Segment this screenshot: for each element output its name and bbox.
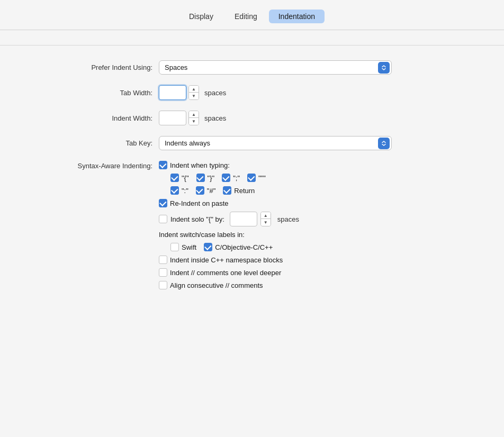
char-return-item: Return [223, 186, 255, 195]
char-semicolon-checkbox[interactable] [222, 174, 230, 182]
indent-width-row: Indent Width: 4 ▲ ▼ spaces [42, 111, 462, 125]
tab-width-input[interactable]: 4 [159, 85, 186, 100]
char-return-checkbox[interactable] [223, 186, 231, 195]
switch-case-label-text: Indent switch/case labels in: [159, 231, 245, 239]
char-brace-close-label: "}" [208, 174, 215, 182]
swift-cobjcpp-row: Swift C/Objective-C/C++ [170, 243, 299, 251]
indent-width-unit: spaces [204, 114, 226, 122]
align-comments-label: Align consecutive // comments [170, 281, 263, 289]
indent-when-typing-row: Indent when typing: [159, 161, 299, 169]
indent-comments-item: Indent // comments one level deeper [159, 268, 281, 277]
indent-width-stepper-buttons: ▲ ▼ [188, 111, 199, 125]
char-hash-checkbox[interactable] [196, 186, 204, 195]
re-indent-paste-item: Re-Indent on paste [159, 199, 229, 207]
prefer-indent-label: Prefer Indent Using: [42, 63, 159, 71]
char-semicolon-label: ";" [233, 174, 240, 182]
indent-width-stepper-group: 4 ▲ ▼ spaces [159, 111, 226, 125]
tab-width-unit: spaces [204, 89, 226, 97]
char-hash-item: "#" [196, 186, 215, 195]
tab-editing[interactable]: Editing [225, 10, 267, 23]
preferences-window: Display Editing Indentation Prefer Inden… [0, 0, 504, 437]
char-semicolon-item: ";" [222, 174, 240, 182]
char-brace-open-checkbox[interactable] [170, 174, 179, 182]
indent-width-increment-button[interactable]: ▲ [189, 111, 199, 118]
tab-width-label: Tab Width: [42, 89, 159, 97]
tab-indentation[interactable]: Indentation [269, 10, 325, 23]
char-brace-open-label: "{" [182, 174, 189, 182]
indent-solo-increment-button[interactable]: ▲ [261, 212, 271, 219]
swift-item: Swift [170, 243, 196, 251]
indent-cpp-namespace-checkbox[interactable] [159, 256, 167, 264]
indent-solo-input[interactable]: 4 [230, 212, 257, 226]
syntax-aware-row: Syntax-Aware Indenting: Indent when typi… [42, 161, 462, 289]
tab-bar: Display Editing Indentation [0, 0, 504, 30]
tab-divider [0, 45, 504, 45]
tab-key-select[interactable]: Indents always Indents if at start of li… [159, 136, 392, 150]
indent-solo-label: Indent solo "{" by: [170, 215, 224, 223]
tab-width-decrement-button[interactable]: ▼ [189, 93, 199, 99]
char-quote-item: """ [247, 174, 266, 182]
chars-row-2: ":" "#" Return [170, 186, 299, 195]
swift-checkbox[interactable] [170, 243, 179, 251]
indent-comments-checkbox[interactable] [159, 268, 167, 277]
re-indent-paste-checkbox[interactable] [159, 199, 167, 207]
indent-solo-decrement-button[interactable]: ▼ [261, 219, 271, 226]
char-quote-label: """ [258, 174, 266, 182]
tab-key-row: Tab Key: Indents always Indents if at st… [42, 136, 462, 150]
indent-cpp-namespace-row: Indent inside C++ namespace blocks [159, 256, 299, 264]
tab-key-select-wrapper: Indents always Indents if at start of li… [159, 136, 392, 150]
align-comments-row: Align consecutive // comments [159, 281, 299, 289]
char-colon-checkbox[interactable] [170, 186, 179, 195]
indent-comments-label: Indent // comments one level deeper [170, 269, 281, 277]
char-colon-item: ":" [170, 186, 188, 195]
indent-solo-unit: spaces [277, 215, 299, 223]
swift-label: Swift [182, 243, 196, 251]
indent-cpp-namespace-label: Indent inside C++ namespace blocks [170, 256, 283, 264]
indent-solo-checkbox[interactable] [159, 215, 167, 223]
chars-row-1: "{" "}" ";" """ [170, 174, 299, 182]
tab-width-row: Tab Width: 4 ▲ ▼ spaces [42, 85, 462, 100]
syntax-aware-content: Indent when typing: "{" "}" ";" [159, 161, 299, 289]
char-brace-open-item: "{" [170, 174, 189, 182]
re-indent-paste-row: Re-Indent on paste [159, 199, 299, 207]
tab-key-label: Tab Key: [42, 139, 159, 147]
char-hash-label: "#" [207, 187, 215, 195]
indent-solo-row: Indent solo "{" by: 4 ▲ ▼ spaces [159, 212, 299, 226]
indent-width-decrement-button[interactable]: ▼ [189, 118, 199, 125]
tab-width-stepper-buttons: ▲ ▼ [188, 85, 199, 100]
tab-width-stepper-group: 4 ▲ ▼ spaces [159, 85, 226, 100]
cobjcpp-label: C/Objective-C/C++ [215, 243, 273, 251]
indent-cpp-namespace-item: Indent inside C++ namespace blocks [159, 256, 283, 264]
cobjcpp-item: C/Objective-C/C++ [204, 243, 273, 251]
content-area: Prefer Indent Using: Spaces Tabs Tab Wid… [0, 60, 504, 289]
indent-width-input[interactable]: 4 [159, 111, 186, 125]
prefer-indent-select-wrapper: Spaces Tabs [159, 60, 392, 75]
indent-comments-row: Indent // comments one level deeper [159, 268, 299, 277]
char-brace-close-item: "}" [196, 174, 215, 182]
cobjcpp-checkbox[interactable] [204, 243, 212, 251]
indent-when-typing-checkbox[interactable] [159, 161, 167, 169]
indent-width-label: Indent Width: [42, 114, 159, 122]
indent-when-typing-item: Indent when typing: [159, 161, 230, 169]
prefer-indent-row: Prefer Indent Using: Spaces Tabs [42, 60, 462, 75]
indent-when-typing-label: Indent when typing: [170, 161, 230, 169]
char-colon-label: ":" [182, 187, 188, 195]
switch-case-label-row: Indent switch/case labels in: [159, 231, 299, 239]
char-quote-checkbox[interactable] [247, 174, 256, 182]
indent-solo-stepper-buttons: ▲ ▼ [260, 212, 271, 226]
align-comments-item: Align consecutive // comments [159, 281, 263, 289]
prefer-indent-select[interactable]: Spaces Tabs [159, 60, 392, 75]
syntax-aware-label: Syntax-Aware Indenting: [42, 161, 159, 170]
re-indent-paste-label: Re-Indent on paste [170, 199, 229, 207]
char-brace-close-checkbox[interactable] [196, 174, 205, 182]
char-return-label: Return [234, 187, 255, 195]
tab-width-increment-button[interactable]: ▲ [189, 86, 199, 93]
tab-display[interactable]: Display [179, 10, 223, 23]
align-comments-checkbox[interactable] [159, 281, 167, 289]
